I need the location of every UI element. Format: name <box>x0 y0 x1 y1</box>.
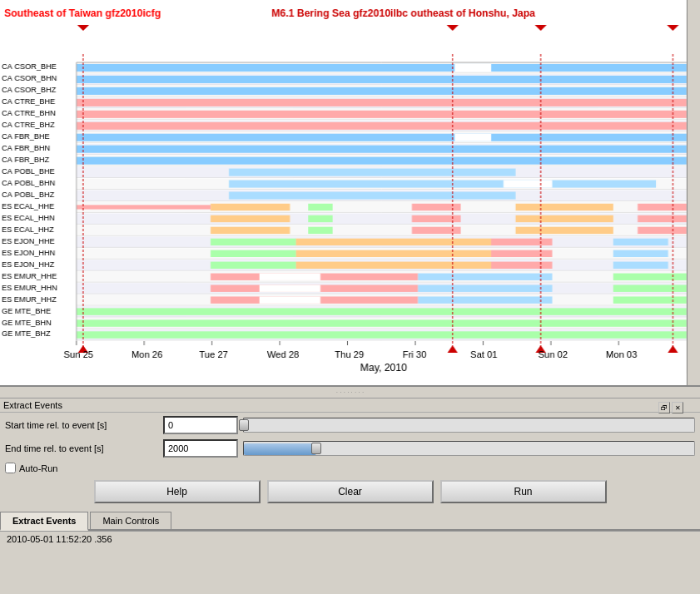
autorun-label: Auto-Run <box>19 463 57 473</box>
autorun-row: Auto-Run <box>5 463 695 473</box>
seismic-scrollbar[interactable] <box>687 0 700 387</box>
extract-events-header: Extract Events 🗗 ✕ <box>0 398 700 412</box>
end-slider-fill <box>244 443 316 455</box>
tab-extract-events[interactable]: Extract Events <box>0 512 88 531</box>
resize-handle[interactable]: · · · · · · · · <box>0 387 700 398</box>
start-time-slider[interactable] <box>243 418 695 433</box>
tabs-row: Extract Events Main Controls <box>0 512 700 531</box>
start-time-input[interactable] <box>163 416 238 434</box>
clear-button[interactable]: Clear <box>267 480 434 503</box>
status-text: 2010-05-01 11:52:20 .356 <box>7 534 112 544</box>
end-time-input[interactable] <box>163 439 238 458</box>
status-bar: 2010-05-01 11:52:20 .356 <box>0 531 700 547</box>
autorun-checkbox[interactable] <box>5 463 16 473</box>
seismic-canvas <box>0 0 700 387</box>
run-button[interactable]: Run <box>440 480 607 503</box>
window-controls: 🗗 ✕ <box>658 402 683 413</box>
end-time-slider[interactable] <box>243 441 695 456</box>
start-time-label: Start time rel. to event [s] <box>5 420 163 430</box>
end-slider-thumb[interactable] <box>311 443 321 454</box>
end-time-label: End time rel. to event [s] <box>5 443 163 453</box>
start-slider-thumb[interactable] <box>239 419 249 431</box>
extract-events-title: Extract Events <box>3 400 62 410</box>
restore-button[interactable]: 🗗 <box>658 402 670 413</box>
seismic-panel <box>0 0 700 387</box>
start-time-row: Start time rel. to event [s] <box>5 416 695 434</box>
help-button[interactable]: Help <box>94 480 261 503</box>
end-time-row: End time rel. to event [s] <box>5 439 695 458</box>
close-button[interactable]: ✕ <box>672 402 683 413</box>
bottom-panel: Extract Events 🗗 ✕ Start time rel. to ev… <box>0 398 700 547</box>
buttons-row: Help Clear Run <box>5 480 695 503</box>
extract-events-section: Start time rel. to event [s] End time re… <box>0 412 700 508</box>
tab-main-controls[interactable]: Main Controls <box>90 512 171 529</box>
